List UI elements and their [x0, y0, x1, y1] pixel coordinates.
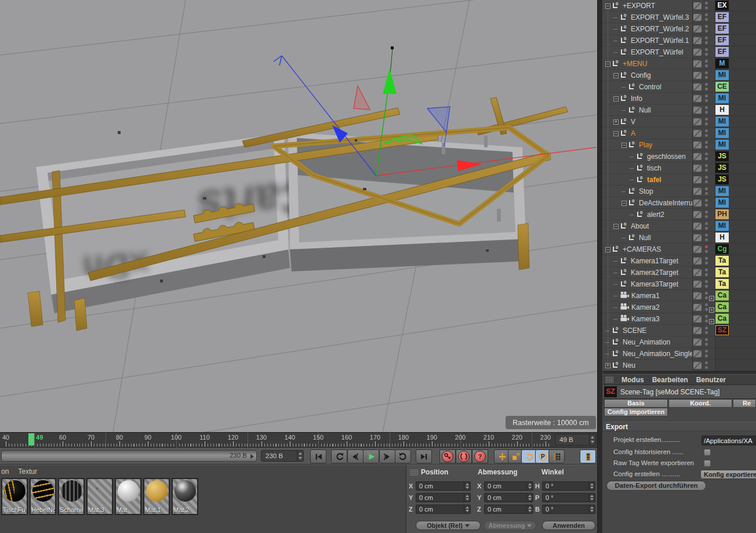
tree-row-export-w-rfel-1[interactable]: 0EXPORT_Würfel.1EF — [603, 35, 756, 46]
tag-badge-ce[interactable]: CE — [715, 82, 729, 92]
null-object-icon[interactable]: 0 — [628, 234, 637, 242]
object-label[interactable]: geschlossen — [647, 153, 686, 161]
tab-register[interactable]: Re — [733, 399, 756, 408]
object-label[interactable]: A — [631, 129, 635, 137]
null-object-icon[interactable]: 0 — [620, 71, 628, 79]
null-object-icon[interactable]: 0 — [628, 199, 637, 207]
projekt-path-input[interactable] — [702, 436, 756, 445]
expand-icon[interactable]: + — [605, 363, 610, 368]
render-visibility-icon[interactable] — [693, 49, 702, 56]
null-object-icon[interactable]: 0 — [636, 176, 645, 184]
timeline-playhead[interactable] — [28, 433, 34, 445]
material-tischfu[interactable]: TischFu — [1, 478, 28, 515]
tree-row--cameras[interactable]: −0+CAMERASCg — [603, 244, 756, 255]
raw-tag-werte-checkbox[interactable] — [704, 460, 711, 467]
tag-badge-mi[interactable]: MI — [715, 70, 729, 80]
tree-row-neu-animation-single[interactable]: 0Neu_Animation_Single — [603, 348, 756, 360]
tree-row-export-w-rfel[interactable]: 0EXPORT_WürfelEF — [603, 46, 756, 58]
null-object-icon[interactable]: 0 — [612, 245, 620, 253]
render-visibility-icon[interactable] — [693, 269, 702, 276]
visibility-dots[interactable] — [705, 106, 708, 114]
tree-row-tafel[interactable]: 0tafelJS — [603, 174, 756, 186]
object-label[interactable]: Null — [639, 106, 651, 114]
tag-badge-ta[interactable]: Ta — [715, 267, 729, 277]
tree-row-play[interactable]: −0PlayMI — [603, 139, 756, 151]
tree-row-neu-animation[interactable]: 0Neu_Animation — [603, 336, 756, 348]
menu-modus[interactable]: Modus — [621, 376, 644, 384]
null-object-icon[interactable]: 0 — [620, 129, 628, 137]
tag-badge-js[interactable]: JS — [715, 151, 729, 161]
tag-badge-js[interactable]: JS — [715, 175, 729, 184]
object-label[interactable]: EXPORT_Würfel — [631, 48, 683, 56]
record-autokey-button[interactable] — [456, 449, 472, 463]
export-section-header[interactable]: Export — [603, 422, 756, 432]
render-visibility-icon[interactable] — [693, 14, 702, 21]
play-button[interactable] — [363, 449, 379, 463]
tree-row-export-w-rfel-3[interactable]: 0EXPORT_Würfel.3EF — [603, 12, 756, 23]
object-label[interactable]: Kamera3 — [631, 315, 660, 323]
object-label[interactable]: +EXPORT — [623, 2, 655, 10]
object-label[interactable]: tafel — [647, 176, 662, 184]
tree-row-export-w-rfel-2[interactable]: 0EXPORT_Würfel.2EF — [603, 23, 756, 35]
visibility-dots[interactable] — [705, 37, 708, 45]
open-timeline-button[interactable] — [580, 449, 596, 463]
collapse-icon[interactable]: − — [613, 96, 619, 101]
render-visibility-icon[interactable] — [693, 60, 702, 67]
null-object-icon[interactable]: 0 — [620, 13, 628, 21]
object-manager-tree[interactable]: −0+EXPORTEX0EXPORT_Würfel.3EF0EXPORT_Wür… — [603, 0, 756, 371]
visibility-dots[interactable] — [705, 350, 708, 358]
visibility-dots[interactable] — [705, 315, 708, 323]
tag-badge-ca[interactable]: Ca — [715, 302, 729, 312]
tag-badge-mi[interactable]: MI — [715, 117, 729, 126]
null-object-icon[interactable]: 0 — [628, 106, 637, 114]
null-object-icon[interactable]: 0 — [620, 48, 628, 56]
max-frame-field[interactable]: 230 B — [261, 450, 304, 462]
camera-icon[interactable] — [620, 302, 630, 313]
material-mat-2[interactable]: Mat.2 — [172, 478, 198, 515]
object-label[interactable]: Kamera2 — [631, 303, 660, 311]
render-visibility-icon[interactable] — [693, 176, 702, 183]
current-frame-field[interactable]: 49 B — [555, 434, 596, 445]
tag-badge-ex[interactable]: EX — [715, 1, 729, 10]
visibility-dots[interactable] — [705, 13, 708, 21]
visibility-dots[interactable] — [705, 211, 708, 219]
angle-h-field[interactable]: 0 ° — [542, 481, 595, 491]
size-x-field[interactable]: 0 cm — [484, 481, 533, 491]
daten-export-button[interactable]: Daten-Export durchführen — [606, 481, 706, 491]
object-label[interactable]: Config — [631, 71, 651, 79]
tag-badge-h[interactable]: H — [715, 233, 729, 242]
tree-row-null[interactable]: 0NullH — [603, 232, 756, 244]
render-visibility-icon[interactable] — [693, 95, 702, 102]
tab-basis[interactable]: Basis — [604, 399, 668, 408]
tree-row-tisch[interactable]: 0tischJS — [603, 162, 756, 174]
object-label[interactable]: Control — [639, 83, 662, 91]
collapse-icon[interactable]: − — [605, 61, 610, 67]
menu-benutzer[interactable]: Benutzer — [696, 376, 726, 384]
tag-badge-ef[interactable]: EF — [715, 12, 729, 22]
visibility-dots[interactable] — [705, 95, 708, 103]
visibility-dots[interactable] — [705, 234, 708, 242]
tree-row-control[interactable]: 0ControlCE — [603, 81, 756, 93]
angle-p-field[interactable]: 0 ° — [542, 493, 595, 502]
render-visibility-icon[interactable] — [693, 142, 702, 148]
record-options-button[interactable]: ? — [472, 449, 488, 463]
null-object-icon[interactable]: 0 — [612, 60, 620, 68]
object-label[interactable]: About — [631, 222, 649, 230]
tag-badge-ta[interactable]: Ta — [715, 279, 729, 289]
panel-splitter[interactable] — [597, 0, 603, 533]
apply-button[interactable]: Anwenden — [542, 521, 595, 530]
visibility-dots[interactable] — [705, 327, 708, 335]
tag-badge-sz[interactable]: SZ — [715, 325, 729, 335]
tag-badge-mi[interactable]: MI — [715, 198, 729, 208]
position-x-field[interactable]: 0 cm — [416, 481, 471, 491]
null-object-icon[interactable]: 0 — [620, 280, 628, 288]
object-label[interactable]: Neu_Animation_Single — [623, 350, 692, 358]
visibility-dots[interactable] — [705, 141, 708, 149]
render-visibility-icon[interactable] — [693, 72, 702, 79]
prev-frame-button[interactable] — [347, 449, 364, 463]
null-object-icon[interactable]: 0 — [636, 164, 645, 172]
visibility-dots[interactable] — [705, 153, 708, 161]
render-visibility-icon[interactable] — [693, 26, 702, 32]
tab-config-importieren[interactable]: Config importieren — [604, 408, 668, 416]
timeline-ruler[interactable]: 49 49 B 40607080901001101201301401501601… — [0, 432, 597, 448]
